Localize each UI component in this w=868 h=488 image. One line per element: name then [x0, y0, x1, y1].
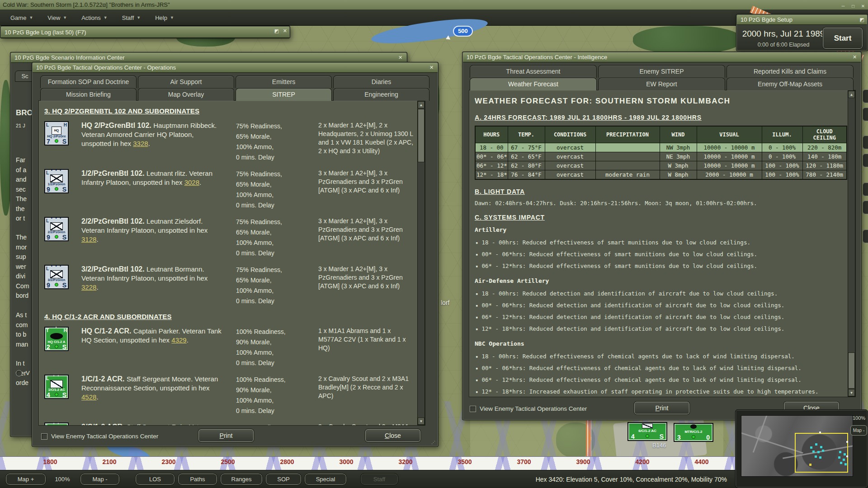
- toolbar-staff-button: Staff: [361, 474, 398, 485]
- map-tool-button[interactable]: [863, 201, 868, 214]
- toolbar-map-button[interactable]: Map +: [6, 474, 46, 485]
- tab-enemy-off-map-assets[interactable]: Enemy Off-Map Assets: [726, 78, 854, 90]
- tab-mission-briefing[interactable]: Mission Briefing: [40, 88, 137, 101]
- checkbox-icon[interactable]: [16, 370, 22, 376]
- tab-formation-sop-and-doctrine[interactable]: Formation SOP and Doctrine: [40, 75, 137, 88]
- toolbar-special-button[interactable]: Special: [305, 474, 346, 485]
- map-tool-button[interactable]: [863, 108, 868, 121]
- hex-link[interactable]: 3328: [133, 140, 148, 147]
- toolbar-map-button[interactable]: Map -: [80, 474, 119, 485]
- unit-row: L• • •1/2/PzGren9S1/2/PzGrenBtl 102. Leu…: [44, 169, 410, 211]
- menu-actions[interactable]: Actions▼: [75, 10, 116, 26]
- stat-line: 75% Readiness,: [236, 265, 307, 275]
- toolbar-ranges-button[interactable]: Ranges: [221, 474, 262, 485]
- close-icon[interactable]: ✕: [851, 54, 859, 61]
- bullet-square-icon: ▪: [476, 354, 478, 359]
- scrollbar-thumb[interactable]: [418, 109, 425, 162]
- unit-counter-icon[interactable]: LHHQHQ 2/PzGre7S: [44, 121, 69, 145]
- icon-corner-tl: L: [46, 122, 49, 127]
- map-tool-button[interactable]: [863, 230, 868, 243]
- forecast-cell: 62 - 80°F: [508, 161, 545, 170]
- forecast-row[interactable]: 06* - 12*62 - 80°FovercastW 3mph10000 - …: [475, 161, 847, 170]
- intelligence-window: 10 PzG Bgde Tactical Operations Center -…: [462, 52, 862, 420]
- weather-scrollbar[interactable]: ▲ ▼: [848, 90, 855, 397]
- forecast-row[interactable]: 00* - 06*62 - 65°FovercastNE 3mph10000 -…: [475, 152, 847, 161]
- print-button[interactable]: Print: [198, 429, 254, 442]
- restore-icon[interactable]: ◩: [274, 28, 278, 34]
- restore-icon[interactable]: ◩: [858, 16, 866, 23]
- scroll-up-icon[interactable]: ▲: [848, 91, 855, 98]
- map-tool-button[interactable]: [863, 136, 868, 149]
- scroll-up-icon[interactable]: ▲: [418, 101, 425, 108]
- hq-symbol-icon: HQ: [52, 127, 61, 135]
- unit-counter-icon[interactable]: L• •1/C/1-2 AC4S: [44, 375, 69, 399]
- forecast-row[interactable]: 12* - 18*76 - 84°Fovercastmoderate rainW…: [475, 170, 847, 180]
- hex-link[interactable]: 4329: [171, 336, 186, 344]
- sitrep-scrollbar[interactable]: ▲ ▼: [417, 101, 425, 425]
- close-icon[interactable]: ✕: [283, 28, 287, 34]
- toolbar-sop-button[interactable]: SOP: [266, 474, 301, 485]
- checkbox-icon[interactable]: [470, 406, 476, 412]
- hex-link[interactable]: 3128: [81, 235, 96, 243]
- menu-help[interactable]: Help▼: [149, 10, 183, 26]
- tab-engineering[interactable]: Engineering: [333, 88, 429, 101]
- close-icon[interactable]: ✕: [428, 64, 435, 71]
- map-tool-button[interactable]: [863, 154, 868, 167]
- unit-desc-period: .: [187, 336, 189, 344]
- log-window-bar[interactable]: 10 PzG Bgde Log (last 50) (F7) ◩ ✕: [0, 26, 290, 38]
- checkbox-icon[interactable]: [41, 433, 47, 440]
- menu-view[interactable]: View▼: [42, 10, 75, 26]
- hex-link[interactable]: 3028: [184, 178, 199, 186]
- unit-name-desc: 2/C/1-2 ACR. Staff Sergeant Ruiz. Vetera…: [81, 422, 225, 426]
- tab-map-overlay[interactable]: Map Overlay: [138, 88, 234, 101]
- menu-staff[interactable]: Staff▼: [116, 10, 149, 26]
- tab-emitters[interactable]: Emitters: [236, 75, 332, 88]
- toolbar-paths-button[interactable]: Paths: [178, 474, 217, 485]
- tab-air-support[interactable]: Air Support: [138, 75, 234, 88]
- view-enemy-toc-checkbox[interactable]: View Enemy Tactical Operations Center: [470, 404, 587, 413]
- hex-link[interactable]: 4528: [81, 393, 96, 401]
- unit-counter-icon[interactable]: L• •2/C/1-2 AC4S: [44, 422, 69, 426]
- start-button[interactable]: Start: [823, 28, 863, 49]
- close-icon[interactable]: ✕: [396, 54, 404, 61]
- toolbar-los-button[interactable]: LOS: [136, 474, 175, 485]
- ruler-number: 4200: [627, 458, 657, 465]
- unit-strength: 2: [47, 343, 50, 351]
- resize-grip[interactable]: ⋰: [431, 440, 437, 446]
- view-enemy-toc-checkbox[interactable]: View Enemy Tactical Operations Center: [41, 432, 158, 440]
- forecast-row[interactable]: 18 - 0067 - 75°FovercastNW 3mph10000 - 1…: [475, 143, 847, 152]
- tab-sitrep[interactable]: SITREP: [236, 88, 332, 101]
- print-button[interactable]: Print: [634, 402, 689, 414]
- tab-ew-report[interactable]: EW Report: [598, 78, 725, 90]
- unit-counter-icon[interactable]: L• • •3/2/PzGren9S: [44, 265, 69, 289]
- tab-threat-assessment[interactable]: Threat Assessment: [470, 65, 597, 78]
- unit-equipment: 3 x Marder 1 A2+[M], 3 x PzGrenadiers an…: [318, 169, 414, 211]
- scrollbar-thumb[interactable]: [848, 352, 855, 389]
- menu-game[interactable]: Game▼: [5, 10, 42, 26]
- map-zoom-out-button[interactable]: Map -: [850, 425, 867, 436]
- forecast-cell: moderate rain: [595, 170, 660, 180]
- impact-bullet-text: 06* - 12*hrs: Reduced effectiveness of c…: [481, 376, 801, 383]
- unit-posture: S: [62, 138, 66, 145]
- unit-counter-icon[interactable]: L• • •2/2/PzGren9S: [44, 217, 69, 241]
- minimap-image[interactable]: [741, 415, 853, 477]
- unit-counter-icon[interactable]: L• • •1/2/PzGren9S: [44, 169, 69, 193]
- map-tool-button[interactable]: [863, 89, 868, 103]
- forecast-col-header: PRECIPITATION: [595, 126, 660, 143]
- map-counter-6-c-1-2-ac[interactable]: 6/C/1-2 AC4S: [627, 422, 667, 441]
- map-tool-button[interactable]: [863, 183, 868, 196]
- hex-link[interactable]: 3228: [81, 283, 96, 291]
- scroll-down-icon[interactable]: ▼: [848, 389, 855, 396]
- map-counter-mtr-c-1-2[interactable]: MTR/C/1-230: [674, 423, 713, 442]
- tab-diaries[interactable]: Diaries: [333, 75, 429, 88]
- tab-weather-forecast[interactable]: Weather Forecast: [470, 78, 597, 90]
- scroll-down-icon[interactable]: ▼: [418, 418, 425, 425]
- tab-reported-kills-and-claims[interactable]: Reported Kills and Claims: [726, 65, 854, 78]
- unit-name-desc: 1/2/PzGrenBtl 102. Leutnant rlitz. Veter…: [81, 169, 225, 211]
- unit-counter-icon[interactable]: TH'HQ C/1-2 A2S: [44, 327, 69, 351]
- tab-enemy-sitrep[interactable]: Enemy SITREP: [598, 65, 725, 78]
- cyan-unit-dot: [844, 463, 847, 465]
- systems-impact-title: C. SYSTEMS IMPACT: [475, 214, 845, 221]
- close-button[interactable]: Close: [365, 429, 420, 442]
- stat-line: 100% Readiness,: [236, 375, 307, 385]
